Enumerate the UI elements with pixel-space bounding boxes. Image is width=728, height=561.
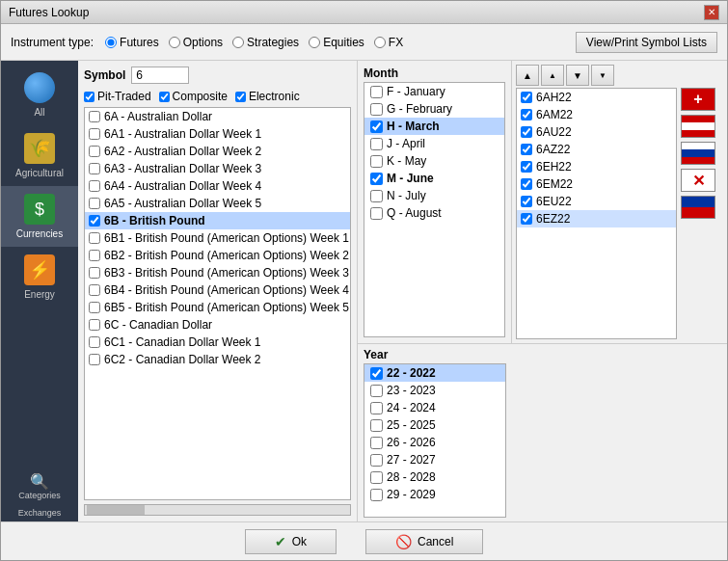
currencies-icon: $ xyxy=(24,194,55,225)
year-item-22[interactable]: 22 - 2022 xyxy=(364,364,505,382)
month-item-j[interactable]: J - April xyxy=(364,135,504,152)
list-item[interactable]: 6B5 - British Pound (American Options) W… xyxy=(85,299,350,316)
sidebar-item-exchanges[interactable]: Exchanges xyxy=(1,504,78,521)
ok-checkmark-icon: ✔ xyxy=(275,534,286,549)
cancel-button[interactable]: 🚫 Cancel xyxy=(365,529,483,554)
list-item[interactable]: 6C2 - Canadian Dollar Week 2 xyxy=(85,351,350,368)
sidebar-item-agricultural[interactable]: 🌾 Agricultural xyxy=(1,125,78,186)
month-item-n[interactable]: N - July xyxy=(364,187,504,204)
sidebar-item-all[interactable]: All xyxy=(1,65,78,125)
composite-checkbox[interactable]: Composite xyxy=(159,90,228,103)
symbol-panel: Symbol Pit-Traded Composite Electronic 6… xyxy=(78,61,358,521)
window-title: Futures Lookup xyxy=(9,6,89,19)
year-spacer xyxy=(512,344,727,521)
sort-down-right-button[interactable]: ▼ xyxy=(591,65,614,86)
sort-down-left-button[interactable]: ▼ xyxy=(566,65,589,86)
cancel-label: Cancel xyxy=(418,535,453,548)
month-item-m[interactable]: M - June xyxy=(364,170,504,187)
list-item[interactable]: 6B3 - British Pound (American Options) W… xyxy=(85,264,350,281)
exchanges-label: Exchanges xyxy=(18,508,62,518)
result-item-6az22[interactable]: 6AZ22 xyxy=(517,141,676,158)
result-item-6eh22[interactable]: 6EH22 xyxy=(517,158,676,175)
radio-futures[interactable]: Futures xyxy=(105,36,159,49)
radio-strategies[interactable]: Strategies xyxy=(232,36,299,49)
month-item-k[interactable]: K - May xyxy=(364,152,504,170)
sidebar-label-all: All xyxy=(34,107,44,118)
austria-flag-button[interactable] xyxy=(681,115,715,138)
year-item-29[interactable]: 29 - 2029 xyxy=(364,486,505,503)
result-item-6eu22[interactable]: 6EU22 xyxy=(517,193,676,210)
year-title: Year xyxy=(364,348,506,361)
sidebar: All 🌾 Agricultural $ Currencies ⚡ Energy… xyxy=(1,61,78,521)
sidebar-item-categories[interactable]: 🔍 Categories xyxy=(1,468,78,504)
title-bar: Futures Lookup ✕ xyxy=(1,1,727,24)
year-item-27[interactable]: 27 - 2027 xyxy=(364,451,505,468)
sort-up-left-button[interactable]: ▲ xyxy=(516,65,539,86)
pit-traded-checkbox[interactable]: Pit-Traded xyxy=(84,90,151,103)
russia-flag-button[interactable] xyxy=(681,142,715,165)
toolbar: Instrument type: Futures Options Strateg… xyxy=(1,24,727,61)
radio-equities[interactable]: Equities xyxy=(309,36,364,49)
list-item[interactable]: 6A1 - Australian Dollar Week 1 xyxy=(85,125,350,143)
flag-column: + xyxy=(681,88,723,339)
remove-button[interactable]: ✕ xyxy=(681,169,715,192)
month-item-q[interactable]: Q - August xyxy=(364,204,504,222)
scroll-thumb[interactable] xyxy=(87,505,145,515)
year-item-26[interactable]: 26 - 2026 xyxy=(364,434,505,451)
symbol-header: Symbol xyxy=(84,67,351,84)
result-item-6em22[interactable]: 6EM22 xyxy=(517,175,676,193)
swiss-flag-button[interactable]: + xyxy=(681,88,715,111)
symbol-list[interactable]: 6A - Australian Dollar 6A1 - Australian … xyxy=(84,107,351,500)
result-item-6ez22[interactable]: 6EZ22 xyxy=(517,210,676,227)
bottom-bar: ✔ Ok 🚫 Cancel xyxy=(1,521,727,560)
view-print-button[interactable]: View/Print Symbol Lists xyxy=(576,32,717,53)
symbol-input[interactable] xyxy=(131,67,189,84)
year-item-25[interactable]: 25 - 2025 xyxy=(364,416,505,434)
horizontal-scrollbar[interactable] xyxy=(84,504,351,516)
cancel-icon: 🚫 xyxy=(395,534,412,549)
year-item-24[interactable]: 24 - 2024 xyxy=(364,399,505,416)
list-item[interactable]: 6C1 - Canadian Dollar Week 1 xyxy=(85,334,350,351)
list-item[interactable]: 6A - Australian Dollar xyxy=(85,108,350,125)
categories-label: Categories xyxy=(18,491,61,500)
result-item-6au22[interactable]: 6AU22 xyxy=(517,123,676,141)
radio-group: Futures Options Strategies Equities FX xyxy=(105,36,403,49)
list-item-6b[interactable]: 6B - British Pound xyxy=(85,212,350,229)
sidebar-item-currencies[interactable]: $ Currencies xyxy=(1,186,78,247)
result-item-6ah22[interactable]: 6AH22 xyxy=(517,89,676,106)
year-item-23[interactable]: 23 - 2023 xyxy=(364,382,505,399)
list-item[interactable]: 6A2 - Australian Dollar Week 2 xyxy=(85,143,350,160)
radio-options[interactable]: Options xyxy=(169,36,223,49)
list-item[interactable]: 6B2 - British Pound (American Options) W… xyxy=(85,247,350,264)
year-section: Year 22 - 2022 23 - 2023 24 - 2024 25 - … xyxy=(358,343,727,521)
close-button[interactable]: ✕ xyxy=(704,5,719,20)
list-item[interactable]: 6A5 - Australian Dollar Week 5 xyxy=(85,195,350,212)
list-item[interactable]: 6C - Canadian Dollar xyxy=(85,316,350,334)
list-item[interactable]: 6B1 - British Pound (American Options) W… xyxy=(85,229,350,247)
month-list[interactable]: F - January G - February H - March J - A… xyxy=(364,82,505,337)
list-item[interactable]: 6B4 - British Pound (American Options) W… xyxy=(85,281,350,299)
radio-fx[interactable]: FX xyxy=(374,36,403,49)
categories-icon: 🔍 xyxy=(30,472,49,491)
year-list[interactable]: 22 - 2022 23 - 2023 24 - 2024 25 - 2025 … xyxy=(364,363,506,518)
result-list[interactable]: 6AH22 6AM22 6AU22 6AZ22 6EH22 6EM22 6EU2… xyxy=(516,88,677,339)
symbol-list-container: 6A - Australian Dollar 6A1 - Australian … xyxy=(84,107,351,500)
result-item-6am22[interactable]: 6AM22 xyxy=(517,106,676,123)
sidebar-item-energy[interactable]: ⚡ Energy xyxy=(1,247,78,307)
month-item-f[interactable]: F - January xyxy=(364,83,504,100)
month-panel: Month F - January G - February H - March… xyxy=(358,61,512,343)
sort-up-right-button[interactable]: ▲ xyxy=(541,65,564,86)
ok-button[interactable]: ✔ Ok xyxy=(245,529,337,554)
list-item[interactable]: 6A4 - Australian Dollar Week 4 xyxy=(85,177,350,195)
year-item-28[interactable]: 28 - 2028 xyxy=(364,468,505,486)
list-item[interactable]: 6A3 - Australian Dollar Week 3 xyxy=(85,160,350,177)
combo-flag-button[interactable] xyxy=(681,196,715,219)
month-item-g[interactable]: G - February xyxy=(364,100,504,118)
symbol-label: Symbol xyxy=(84,68,125,82)
electronic-checkbox[interactable]: Electronic xyxy=(235,90,300,103)
instrument-label: Instrument type: xyxy=(11,36,94,49)
month-item-h[interactable]: H - March xyxy=(364,118,504,135)
main-content: All 🌾 Agricultural $ Currencies ⚡ Energy… xyxy=(1,61,727,521)
energy-icon: ⚡ xyxy=(24,254,55,285)
sort-buttons: ▲ ▲ ▼ ▼ xyxy=(516,65,723,86)
